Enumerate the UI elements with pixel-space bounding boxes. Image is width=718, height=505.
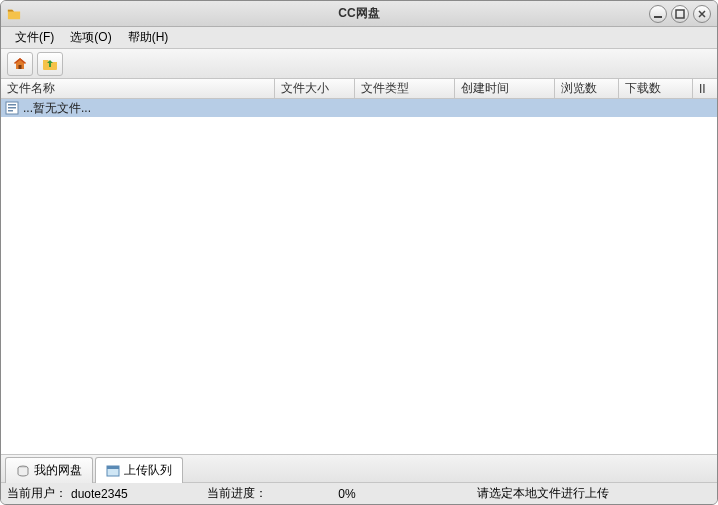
app-icon — [7, 7, 21, 21]
bottom-tabs: 我的网盘 上传队列 — [1, 454, 717, 482]
home-button[interactable] — [7, 52, 33, 76]
col-extra[interactable]: II — [693, 79, 717, 98]
empty-text: ...暂无文件... — [23, 100, 91, 117]
disk-icon — [16, 464, 30, 478]
minimize-button[interactable] — [649, 5, 667, 23]
svg-rect-6 — [8, 110, 13, 112]
tab-mydisk[interactable]: 我的网盘 — [5, 457, 93, 483]
menu-file[interactable]: 文件(F) — [7, 27, 62, 48]
tab-mydisk-label: 我的网盘 — [34, 462, 82, 479]
col-name[interactable]: 文件名称 — [1, 79, 275, 98]
statusbar: 当前用户：duote2345 当前进度： 0% 请选定本地文件进行上传 — [1, 482, 717, 504]
progress-percent: 0% — [338, 487, 355, 501]
maximize-button[interactable] — [671, 5, 689, 23]
home-icon — [12, 56, 28, 72]
window-title: CC网盘 — [1, 5, 717, 22]
menu-options[interactable]: 选项(O) — [62, 27, 119, 48]
status-user: 当前用户：duote2345 — [7, 485, 207, 502]
col-created[interactable]: 创建时间 — [455, 79, 555, 98]
file-icon — [5, 101, 19, 115]
menubar: 文件(F) 选项(O) 帮助(H) — [1, 27, 717, 49]
titlebar: CC网盘 — [1, 1, 717, 27]
svg-rect-0 — [654, 16, 662, 18]
col-type[interactable]: 文件类型 — [355, 79, 455, 98]
status-hint: 请选定本地文件进行上传 — [417, 485, 711, 502]
svg-rect-1 — [676, 10, 684, 18]
svg-rect-9 — [107, 466, 119, 469]
queue-icon — [106, 464, 120, 478]
upload-folder-icon — [42, 56, 58, 72]
list-row-empty[interactable]: ...暂无文件... — [1, 99, 717, 117]
app-window: CC网盘 文件(F) 选项(O) 帮助(H) 文件名称 文件大小 文件类型 创建… — [0, 0, 718, 505]
col-views[interactable]: 浏览数 — [555, 79, 619, 98]
close-button[interactable] — [693, 5, 711, 23]
file-list[interactable]: ...暂无文件... — [1, 99, 717, 454]
column-headers: 文件名称 文件大小 文件类型 创建时间 浏览数 下载数 II — [1, 79, 717, 99]
status-progress-label: 当前进度： — [207, 485, 277, 502]
status-progress-value: 0% — [277, 487, 417, 501]
svg-rect-5 — [8, 107, 16, 109]
user-value: duote2345 — [71, 487, 128, 501]
tab-uploadqueue-label: 上传队列 — [124, 462, 172, 479]
col-downloads[interactable]: 下载数 — [619, 79, 693, 98]
toolbar — [1, 49, 717, 79]
menu-help[interactable]: 帮助(H) — [120, 27, 177, 48]
tab-uploadqueue[interactable]: 上传队列 — [95, 457, 183, 483]
upload-button[interactable] — [37, 52, 63, 76]
col-size[interactable]: 文件大小 — [275, 79, 355, 98]
svg-rect-4 — [8, 104, 16, 106]
user-label: 当前用户： — [7, 485, 67, 502]
